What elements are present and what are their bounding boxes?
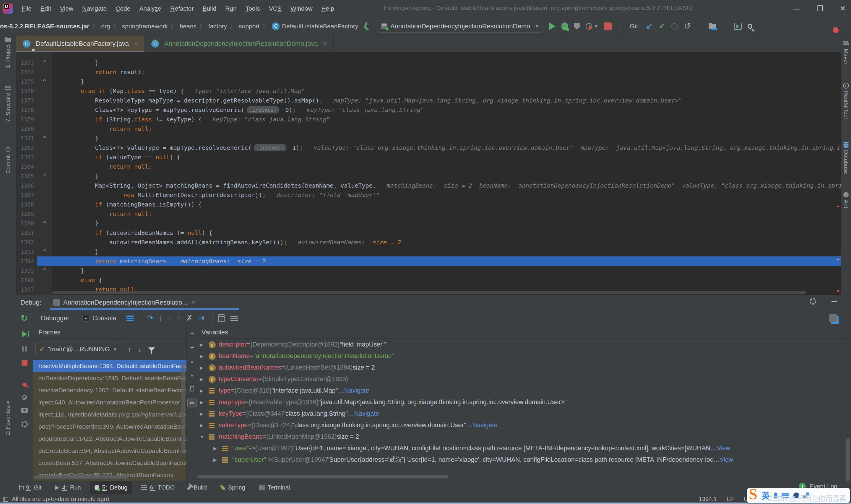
search-everywhere-button[interactable] (747, 24, 752, 29)
git-update-button[interactable]: ↙ (646, 21, 652, 31)
line-number[interactable]: 1385 (16, 172, 37, 181)
breadcrumb-item[interactable]: factory (208, 23, 227, 30)
debug-settings-gear-icon[interactable] (21, 421, 28, 428)
frames-scrollbar[interactable] (181, 362, 185, 453)
menu-view[interactable]: View (56, 5, 78, 12)
code-line-1378[interactable]: 1378 Class<?> keyType = mapType.resolveG… (16, 105, 841, 115)
rerun-debug-button[interactable]: ↻ (20, 313, 28, 323)
sogou-logo-icon[interactable]: S (749, 488, 757, 500)
run-anything-button[interactable] (734, 23, 742, 30)
expand-arrow-icon[interactable]: ▶ (200, 396, 209, 408)
minimize-button[interactable]: — (793, 4, 800, 13)
inline-link[interactable]: View (717, 443, 730, 454)
variable-row[interactable]: ▶type = {Class@310} "interface java.util… (197, 385, 851, 396)
error-stripe-mark[interactable] (837, 205, 839, 207)
inline-link[interactable]: View (720, 454, 733, 466)
fold-marker[interactable]: ^ (37, 133, 52, 143)
breadcrumb-item[interactable]: support (239, 23, 259, 30)
line-number[interactable]: 1386 (16, 181, 37, 190)
line-number[interactable]: 1390 (16, 219, 37, 228)
toolwindow-button-todo[interactable]: 6: TODO (136, 481, 179, 494)
menu-help[interactable]: Help (317, 5, 339, 12)
variable-row[interactable]: ▶"user" -> {User@1992} "User{id=1, name=… (197, 443, 851, 454)
close-icon[interactable]: ✕ (323, 40, 328, 47)
code-line-1373[interactable]: 1373^ } (16, 58, 841, 67)
debug-session-tab[interactable]: AnnotationDependencyInjectionResolutio..… (53, 295, 196, 310)
view-breakpoints-button[interactable] (22, 382, 26, 387)
git-commit-button[interactable]: ✓ (659, 21, 666, 31)
line-number[interactable]: 1388 (16, 200, 37, 209)
sidebar-item-database[interactable]: Database (841, 142, 851, 174)
code-line-1381[interactable]: 1381^ } (16, 133, 841, 143)
code-line-1386[interactable]: 1386 Map<String, Object> matchingBeans =… (16, 181, 841, 190)
line-number[interactable]: 1384 (16, 162, 37, 172)
expand-arrow-icon[interactable]: ▶ (200, 362, 209, 374)
tab-console[interactable]: ▸ Console (83, 314, 116, 322)
expand-arrow-icon[interactable]: ▶ (200, 339, 209, 350)
breadcrumb-item[interactable]: beans (180, 23, 197, 30)
hide-panel-icon[interactable] (832, 301, 837, 302)
debugger-settings-button[interactable] (231, 316, 238, 321)
menu-run[interactable]: Run (221, 5, 241, 12)
expand-arrow-icon[interactable]: ▶ (200, 408, 209, 419)
evaluate-expression-button[interactable] (218, 314, 224, 322)
line-number[interactable]: 1396 (16, 275, 37, 285)
code-line-1391[interactable]: 1391 if (autowiredBeanNames != null) { (16, 228, 841, 237)
code-line-1390[interactable]: 1390^ } (16, 219, 841, 228)
stop-process-button[interactable] (22, 360, 28, 366)
toolwindow-button-terminal[interactable]: >_ Terminal (254, 481, 295, 494)
move-watch-up-button[interactable]: ▲ (190, 358, 195, 365)
line-number[interactable]: 1373 (16, 58, 37, 67)
code-line-1374[interactable]: 1374 return result; (16, 67, 841, 77)
stack-frame[interactable]: resolveDependency:1207, DefaultListableB… (33, 384, 187, 396)
sidebar-item-project[interactable]: 1: Project (0, 38, 16, 68)
menu-code[interactable]: Code (111, 5, 135, 12)
code-line-1377[interactable]: 1377 ResolvableType mapType = descriptor… (16, 96, 841, 105)
tab-annotationdemo[interactable]: C AnnotationDependencyInjectionResolutio… (145, 35, 334, 52)
stack-frame[interactable]: populateBean:1422, AbstractAutowireCapab… (33, 432, 187, 445)
move-watch-down-button[interactable]: ▼ (190, 372, 195, 379)
frames-horizontal-scrollbar[interactable] (34, 475, 128, 479)
line-number[interactable]: 1394 (16, 256, 37, 266)
code-line-1382[interactable]: 1382 Class<?> valueType = mapType.resolv… (16, 143, 841, 152)
line-number[interactable]: 1374 (16, 67, 37, 77)
expand-arrow-icon[interactable]: ▶ (200, 350, 209, 362)
code-line-1389[interactable]: 1389 return null; (16, 209, 841, 219)
pause-button[interactable] (22, 346, 27, 352)
stack-frame[interactable]: doCreateBean:594, AbstractAutowireCapabl… (33, 445, 187, 457)
restore-layout-icon[interactable] (829, 314, 837, 322)
stack-frame[interactable]: lambda$doGetBean$0:323, AbstractBeanFact… (33, 469, 187, 481)
stack-frame[interactable]: resolveMultipleBeans:1394, DefaultListab… (33, 360, 187, 372)
show-watches-toggle[interactable]: ∞ (187, 398, 197, 408)
expand-arrow-icon[interactable]: ▶ (200, 374, 209, 385)
menu-build[interactable]: Build (198, 5, 221, 12)
line-number[interactable]: 1389 (16, 209, 37, 219)
toolwindow-button-run[interactable]: 4: Run (50, 481, 85, 494)
previous-frame-button[interactable]: ↑ (128, 345, 131, 354)
toolwindow-button-git[interactable]: 9: Git (14, 481, 46, 494)
fold-marker[interactable]: ^ (37, 172, 52, 181)
scroll-from-source-icon[interactable]: ❮ (362, 21, 370, 31)
code-line-1396[interactable]: 1396 else { (16, 275, 841, 285)
toolwindow-toggle-icon[interactable] (3, 497, 8, 502)
force-step-into-button[interactable]: ↓ (168, 313, 172, 323)
hide-library-frames-filter-icon[interactable] (148, 347, 155, 351)
code-line-1385[interactable]: 1385^ } (16, 172, 841, 181)
close-icon[interactable]: ✕ (133, 40, 139, 47)
expand-arrow-icon[interactable]: ▶ (213, 454, 222, 466)
variable-row[interactable]: ▶pautowiredBeanNames = {LinkedHashSet@18… (197, 362, 851, 374)
profiler-dropdown-icon[interactable]: ▼ (594, 24, 598, 29)
line-number[interactable]: 1393 (16, 247, 37, 256)
line-number[interactable]: 1391 (16, 228, 37, 237)
line-number[interactable]: 1387 (16, 190, 37, 200)
menu-file[interactable]: File (17, 5, 36, 12)
fold-marker[interactable]: ^ (37, 266, 52, 275)
caret-position[interactable]: 1394:1 (699, 496, 717, 503)
fold-marker[interactable]: ^ (37, 219, 52, 228)
line-separator[interactable]: LF (727, 496, 734, 503)
inline-link[interactable]: Navigate (472, 419, 497, 431)
variables-scrollbar[interactable] (846, 438, 850, 481)
run-config-select[interactable]: AnnotationDependencyInjectionResolutionD… (377, 20, 543, 33)
sidebar-item-commit[interactable]: Commit (0, 147, 16, 174)
close-button[interactable]: ✕ (840, 4, 846, 13)
